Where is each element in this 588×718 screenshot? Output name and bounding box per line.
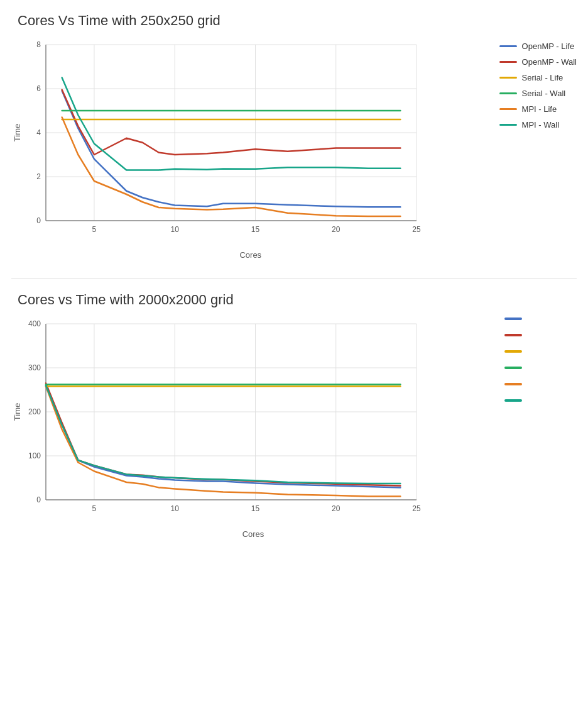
legend: OpenMP - Life OpenMP - Wall Serial - Lif… bbox=[490, 35, 577, 130]
legend-item bbox=[504, 334, 577, 336]
legend-label: MPI - Life bbox=[522, 104, 557, 114]
svg-text:2: 2 bbox=[36, 172, 41, 181]
svg-text:0: 0 bbox=[36, 495, 41, 504]
x-axis-label: Cores bbox=[11, 250, 490, 260]
legend-item bbox=[504, 399, 577, 402]
legend-color bbox=[499, 124, 517, 126]
chart-container: Cores Vs Time with 250x250 grid 02468510… bbox=[11, 13, 577, 260]
legend-mini bbox=[495, 314, 577, 402]
svg-text:0: 0 bbox=[36, 216, 41, 225]
svg-text:4: 4 bbox=[36, 128, 41, 137]
legend-color bbox=[499, 77, 517, 79]
legend-color bbox=[504, 334, 522, 336]
legend-color bbox=[499, 92, 517, 94]
legend-item bbox=[504, 350, 577, 353]
svg-text:25: 25 bbox=[412, 225, 421, 234]
legend-item: MPI - Life bbox=[499, 104, 577, 114]
svg-text:20: 20 bbox=[332, 504, 340, 513]
svg-text:100: 100 bbox=[28, 451, 41, 460]
chart-title: Cores Vs Time with 250x250 grid bbox=[11, 13, 577, 29]
svg-text:5: 5 bbox=[92, 504, 97, 513]
chart-divider bbox=[11, 279, 577, 279]
svg-text:Time: Time bbox=[13, 403, 22, 421]
chart-area: 0100200300400510152025 Time Cores bbox=[11, 314, 577, 539]
legend-item: MPI - Wall bbox=[499, 120, 577, 130]
svg-text:400: 400 bbox=[28, 319, 41, 328]
chart-inner: 0100200300400510152025 Time Cores bbox=[11, 314, 495, 539]
svg-text:15: 15 bbox=[251, 225, 260, 234]
svg-text:6: 6 bbox=[36, 84, 41, 93]
legend-color bbox=[499, 61, 517, 63]
legend-color bbox=[504, 399, 522, 402]
legend-label: MPI - Wall bbox=[522, 120, 559, 130]
legend-item: OpenMP - Life bbox=[499, 41, 577, 51]
svg-text:200: 200 bbox=[28, 407, 41, 416]
chart-svg: 0100200300400510152025 Time bbox=[11, 314, 426, 528]
legend-color bbox=[504, 367, 522, 369]
chart-container: Cores vs Time with 2000x2000 grid 010020… bbox=[11, 292, 577, 539]
chart-area: 02468510152025 Time Cores OpenMP - Life … bbox=[11, 35, 577, 260]
legend-color bbox=[499, 108, 517, 110]
legend-item: OpenMP - Wall bbox=[499, 57, 577, 67]
x-axis-label: Cores bbox=[11, 529, 495, 539]
chart-svg: 02468510152025 Time bbox=[11, 35, 426, 249]
legend-color bbox=[504, 350, 522, 353]
legend-color bbox=[504, 318, 522, 320]
svg-text:25: 25 bbox=[412, 504, 421, 513]
legend-item: Serial - Life bbox=[499, 73, 577, 82]
chart-inner: 02468510152025 Time Cores bbox=[11, 35, 490, 260]
svg-text:300: 300 bbox=[28, 363, 41, 372]
legend-item bbox=[504, 318, 577, 320]
svg-text:20: 20 bbox=[332, 225, 340, 234]
legend-label: OpenMP - Life bbox=[522, 41, 575, 51]
legend-color bbox=[499, 45, 517, 47]
legend-label: Serial - Life bbox=[522, 73, 564, 82]
svg-text:10: 10 bbox=[171, 225, 180, 234]
svg-text:10: 10 bbox=[171, 504, 180, 513]
legend-color bbox=[504, 383, 522, 385]
chart-title: Cores vs Time with 2000x2000 grid bbox=[11, 292, 577, 308]
legend-item bbox=[504, 367, 577, 369]
svg-text:8: 8 bbox=[36, 40, 41, 49]
svg-text:Time: Time bbox=[13, 124, 22, 141]
legend-label: Serial - Wall bbox=[522, 89, 566, 98]
svg-text:15: 15 bbox=[251, 504, 260, 513]
svg-text:5: 5 bbox=[92, 225, 97, 234]
legend-item bbox=[504, 383, 577, 385]
legend-item: Serial - Wall bbox=[499, 89, 577, 98]
legend-label: OpenMP - Wall bbox=[522, 57, 577, 67]
